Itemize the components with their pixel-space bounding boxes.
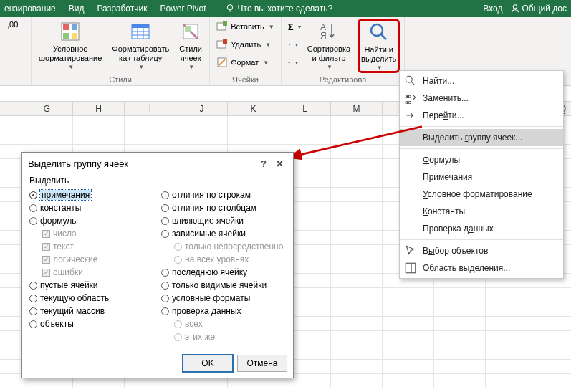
menu-formulas[interactable]: Формулы: [400, 151, 563, 168]
opt-validation-all: всех: [174, 317, 286, 330]
cancel-button[interactable]: Отмена: [237, 355, 287, 372]
eraser-icon: [288, 57, 291, 68]
delete-cells-button[interactable]: Удалить▼: [214, 37, 277, 52]
delete-icon: [216, 39, 228, 50]
format-as-table-button[interactable]: Форматировать как таблицу▼: [109, 19, 172, 72]
chk-numbers: ✓числа: [42, 227, 154, 240]
conditional-formatting-button[interactable]: Условное форматирование▼: [36, 19, 105, 72]
menu-constants[interactable]: Константы: [400, 203, 563, 220]
opt-last-cell[interactable]: последнюю ячейку: [161, 266, 286, 279]
tab-power-pivot[interactable]: Power Pivot: [160, 4, 206, 14]
chk-errors: ✓ошибки: [42, 266, 154, 279]
col-m[interactable]: M: [331, 102, 383, 115]
cell-styles-button[interactable]: Стили ячеек▼: [176, 19, 205, 72]
format-button[interactable]: Формат▼: [214, 54, 277, 70]
tab-review-partial[interactable]: ензирование: [4, 4, 56, 14]
opt-current-region[interactable]: текущую область: [29, 292, 154, 305]
menu-replace[interactable]: abacЗаменить...: [400, 90, 563, 107]
editing-group-label: Редактирова: [286, 75, 400, 85]
opt-dependents[interactable]: зависимые ячейки: [161, 227, 286, 240]
menu-select-objects[interactable]: Выбор объектов: [400, 242, 563, 259]
svg-rect-6: [72, 33, 77, 39]
opt-all-levels: на всех уровнях: [174, 253, 286, 266]
svg-rect-4: [72, 24, 77, 30]
svg-rect-18: [223, 39, 227, 44]
svg-rect-8: [132, 24, 149, 28]
col-l[interactable]: L: [279, 102, 331, 115]
opt-validation-same: этих же: [174, 330, 286, 343]
col-g[interactable]: G: [21, 102, 73, 115]
tell-me[interactable]: Что вы хотите сделать?: [225, 4, 333, 14]
fill-button[interactable]: ▾: [286, 37, 300, 52]
find-select-button[interactable]: Найти и выделить▼: [358, 19, 400, 73]
cell-styles-icon: [179, 20, 202, 43]
opt-precedents[interactable]: влияющие ячейки: [161, 214, 286, 227]
table-icon: [129, 20, 152, 43]
pointer-icon: [404, 244, 417, 257]
dialog-lead: Выделить: [29, 176, 286, 186]
styles-group-label: Стили: [36, 75, 205, 85]
svg-rect-26: [406, 263, 416, 273]
conditional-formatting-icon: [59, 20, 82, 43]
dialog-close-button[interactable]: ✕: [272, 158, 287, 169]
pane-icon: [404, 262, 417, 274]
chk-text: ✓текст: [42, 240, 154, 253]
col-h[interactable]: H: [73, 102, 125, 115]
menu-go-to-special[interactable]: Выделить группу ячеек...: [400, 129, 563, 146]
menu-comments[interactable]: Примечания: [400, 168, 563, 186]
svg-text:Я: Я: [320, 31, 327, 41]
share[interactable]: Общий дос: [510, 4, 567, 14]
opt-objects[interactable]: объекты: [29, 317, 154, 330]
tab-developer[interactable]: Разработчик: [97, 4, 148, 14]
opt-current-array[interactable]: текущий массив: [29, 305, 154, 317]
insert-cells-button[interactable]: Вставить▼: [214, 19, 277, 34]
svg-rect-16: [223, 21, 227, 26]
sigma-icon: Σ: [288, 21, 294, 32]
magnifier-icon: [368, 21, 390, 44]
sign-in[interactable]: Вход: [483, 4, 502, 14]
svg-point-22: [371, 24, 383, 36]
opt-comments[interactable]: примечания: [29, 188, 154, 201]
col-j[interactable]: J: [176, 102, 228, 115]
menu-validation[interactable]: Проверка данных: [400, 220, 563, 237]
opt-blanks[interactable]: пустые ячейки: [29, 279, 154, 292]
opt-formulas[interactable]: формулы: [29, 214, 154, 227]
svg-point-23: [406, 76, 412, 82]
find-select-menu: ННайти...айти... abacЗаменить... Перейти…: [399, 70, 564, 279]
menu-selection-pane[interactable]: Область выделения...: [400, 259, 563, 277]
svg-point-0: [227, 5, 232, 10]
opt-direct-only: только непосредственно: [174, 240, 286, 253]
svg-rect-5: [63, 33, 69, 39]
decrease-decimal-button[interactable]: ,00: [4, 19, 21, 31]
chk-logic: ✓логические: [42, 253, 154, 266]
fill-down-icon: [288, 39, 291, 50]
svg-rect-3: [63, 24, 69, 30]
sort-filter-button[interactable]: AЯ Сортировка и фильтр▼: [304, 19, 353, 72]
opt-col-diff[interactable]: отличия по столбцам: [161, 201, 286, 214]
dialog-title: Выделить группу ячеек: [28, 158, 256, 169]
goto-icon: [404, 109, 417, 122]
format-icon: [216, 57, 228, 68]
col-i[interactable]: I: [125, 102, 176, 115]
opt-constants[interactable]: константы: [29, 201, 154, 214]
bulb-icon: [225, 4, 235, 14]
menu-find[interactable]: ННайти...айти...: [400, 72, 563, 90]
col-k[interactable]: K: [228, 102, 279, 115]
dialog-help-button[interactable]: ?: [256, 158, 272, 169]
magnifier-icon: [404, 75, 417, 87]
go-to-special-dialog: Выделить группу ячеек ? ✕ Выделить приме…: [21, 152, 294, 378]
tab-view[interactable]: Вид: [69, 4, 85, 14]
opt-cond-formats[interactable]: условные форматы: [161, 292, 286, 305]
opt-row-diff[interactable]: отличия по строкам: [161, 188, 286, 201]
menu-cond-format[interactable]: Условное форматирование: [400, 186, 563, 203]
cells-group-label: Ячейки: [214, 75, 277, 85]
ok-button[interactable]: OK: [183, 355, 233, 372]
menu-goto[interactable]: Перейти...: [400, 107, 563, 124]
clear-button[interactable]: ▾: [286, 54, 300, 70]
svg-point-1: [513, 5, 517, 9]
ribbon-tabs: ензирование Вид Разработчик Power Pivot …: [0, 0, 571, 17]
opt-data-validation[interactable]: проверка данных: [161, 305, 286, 317]
opt-visible-only[interactable]: только видимые ячейки: [161, 279, 286, 292]
autosum-button[interactable]: Σ▾: [286, 19, 300, 34]
sort-filter-icon: AЯ: [317, 20, 340, 43]
